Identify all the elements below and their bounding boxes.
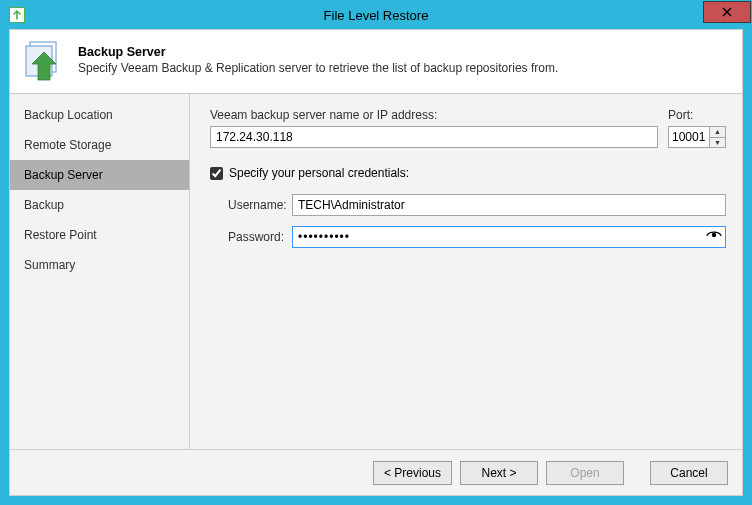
header-icon [20,36,68,84]
step-restore-point[interactable]: Restore Point [10,220,189,250]
username-input[interactable] [292,194,726,216]
step-backup-location[interactable]: Backup Location [10,100,189,130]
open-button: Open [546,461,624,485]
reveal-password-button[interactable] [706,230,722,245]
server-input[interactable] [210,126,658,148]
wizard-window: File Level Restore Backup Server Specify… [0,0,752,505]
step-backup-server[interactable]: Backup Server [10,160,189,190]
window-title: File Level Restore [1,8,751,23]
port-input[interactable] [668,126,710,148]
port-down-button[interactable]: ▼ [710,138,725,148]
step-backup[interactable]: Backup [10,190,189,220]
page-title: Backup Server [78,45,558,59]
wizard-inner: Backup Server Specify Veeam Backup & Rep… [9,29,743,496]
step-remote-storage[interactable]: Remote Storage [10,130,189,160]
specify-credentials-label: Specify your personal credentials: [229,166,409,180]
password-input[interactable] [292,226,726,248]
cancel-button[interactable]: Cancel [650,461,728,485]
eye-icon [706,230,722,242]
port-spinner: ▲ ▼ [710,126,726,148]
port-up-button[interactable]: ▲ [710,127,725,138]
password-label: Password: [228,230,292,244]
step-summary[interactable]: Summary [10,250,189,280]
username-label: Username: [228,198,292,212]
close-button[interactable] [703,1,751,23]
close-icon [722,7,732,17]
server-label: Veeam backup server name or IP address: [210,108,658,122]
wizard-body: Backup Location Remote Storage Backup Se… [10,94,742,449]
wizard-header: Backup Server Specify Veeam Backup & Rep… [10,30,742,94]
specify-credentials-checkbox[interactable] [210,167,223,180]
wizard-footer: < Previous Next > Open Cancel [10,449,742,495]
svg-point-3 [712,233,716,237]
port-label: Port: [668,108,726,122]
previous-button[interactable]: < Previous [373,461,452,485]
wizard-content: Veeam backup server name or IP address: … [190,94,742,449]
next-button[interactable]: Next > [460,461,538,485]
page-description: Specify Veeam Backup & Replication serve… [78,61,558,75]
titlebar: File Level Restore [1,1,751,29]
wizard-steps: Backup Location Remote Storage Backup Se… [10,94,190,449]
